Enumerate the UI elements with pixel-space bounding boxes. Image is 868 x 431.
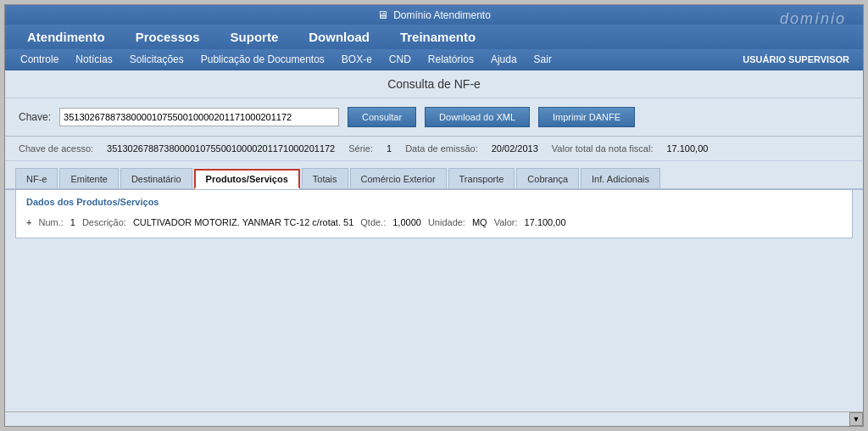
form-area: Chave: Consultar Download do XML Imprimi… <box>5 98 863 137</box>
valor-label: Valor: <box>494 217 518 227</box>
qtde-label: Qtde.: <box>360 217 386 227</box>
serie-label: Série: <box>348 143 373 154</box>
imprimir-danfe-button[interactable]: Imprimir DANFE <box>538 107 635 127</box>
expand-icon[interactable]: + <box>26 217 31 227</box>
num-value: 1 <box>70 217 75 227</box>
subnav-ajuda[interactable]: Ajuda <box>482 51 526 68</box>
qtde-value: 1,0000 <box>392 217 421 227</box>
subnav-sair[interactable]: Sair <box>526 51 560 68</box>
tab-destinatario[interactable]: Destinatário <box>120 168 192 188</box>
tabs-area: NF-e Emitente Destinatário Produtos/Serv… <box>5 161 863 190</box>
nav-atendimento[interactable]: Atendimento <box>12 25 120 49</box>
subnav-solicitacoes[interactable]: Solicitações <box>121 51 192 68</box>
valor-total-value: 17.100,00 <box>666 143 708 154</box>
brand-logo: domínio <box>780 10 846 28</box>
tab-cobranca[interactable]: Cobrança <box>516 168 579 188</box>
descricao-label: Descrição: <box>82 217 126 227</box>
unidade-value: MQ <box>472 217 487 227</box>
consultar-button[interactable]: Consultar <box>348 107 416 127</box>
sub-nav: Controle Notícias Solicitações Publicaçã… <box>5 49 863 70</box>
page-title: Consulta de NF-e <box>5 70 863 98</box>
nav-download[interactable]: Download <box>293 25 385 49</box>
subnav-relatorios[interactable]: Relatórios <box>420 51 482 68</box>
chave-row: Chave: Consultar Download do XML Imprimi… <box>19 107 849 127</box>
tab-content: Dados dos Produtos/Serviços + Num.: 1 De… <box>15 190 853 238</box>
chave-acesso-label: Chave de acesso: <box>19 143 93 154</box>
chave-label: Chave: <box>19 111 51 123</box>
nav-processos[interactable]: Processos <box>120 25 215 49</box>
tab-nfe[interactable]: NF-e <box>15 168 58 188</box>
nav-treinamento[interactable]: Treinamento <box>385 25 491 49</box>
title-bar-title: Domínio Atendimento <box>393 9 491 21</box>
subnav-cnd[interactable]: CND <box>381 51 420 68</box>
data-emissao-value: 20/02/2013 <box>492 143 538 154</box>
subnav-noticias[interactable]: Notícias <box>67 51 120 68</box>
nav-suporte[interactable]: Suporte <box>215 25 294 49</box>
product-row: + Num.: 1 Descrição: CULTIVADOR MOTORIZ.… <box>26 214 842 231</box>
tab-emitente[interactable]: Emitente <box>59 168 118 188</box>
title-bar-icon: 🖥 <box>377 8 388 21</box>
subnav-boxe[interactable]: BOX-e <box>333 51 381 68</box>
scroll-bar-area: ▼ <box>5 411 863 426</box>
subnav-controle[interactable]: Controle <box>12 51 67 68</box>
data-emissao-label: Data de emissão: <box>405 143 478 154</box>
download-xml-button[interactable]: Download do XML <box>425 107 530 127</box>
chave-input[interactable] <box>59 108 339 126</box>
tab-inf-adicionais[interactable]: Inf. Adicionais <box>581 168 660 188</box>
descricao-value: CULTIVADOR MOTORIZ. YANMAR TC-12 c/rotat… <box>133 217 353 227</box>
serie-value: 1 <box>387 143 392 154</box>
user-label: USUÁRIO SUPERVISOR <box>736 52 856 67</box>
valor-value: 17.100,00 <box>525 217 566 227</box>
info-row: Chave de acesso: 35130267887380000107550… <box>5 137 863 161</box>
tab-totais[interactable]: Totais <box>302 168 348 188</box>
scroll-down-arrow[interactable]: ▼ <box>849 412 863 426</box>
unidade-label: Unidade: <box>428 217 465 227</box>
tab-comercio-exterior[interactable]: Comércio Exterior <box>350 168 447 188</box>
tab-transporte[interactable]: Transporte <box>448 168 515 188</box>
content-area: Consulta de NF-e Chave: Consultar Downlo… <box>5 70 863 411</box>
main-nav: Atendimento Processos Suporte Download T… <box>5 25 863 49</box>
valor-total-label: Valor total da nota fiscal: <box>552 143 654 154</box>
tab-produtos-servicos[interactable]: Produtos/Serviços <box>194 169 300 189</box>
title-bar: 🖥 Domínio Atendimento domínio <box>5 5 863 25</box>
num-label: Num.: <box>38 217 63 227</box>
chave-acesso-value: 3513026788738000010755001000020117100020… <box>107 143 335 154</box>
subnav-publicacao[interactable]: Publicação de Documentos <box>192 51 333 68</box>
tab-section-title: Dados dos Produtos/Serviços <box>26 197 842 207</box>
title-bar-center: 🖥 Domínio Atendimento <box>12 8 856 21</box>
